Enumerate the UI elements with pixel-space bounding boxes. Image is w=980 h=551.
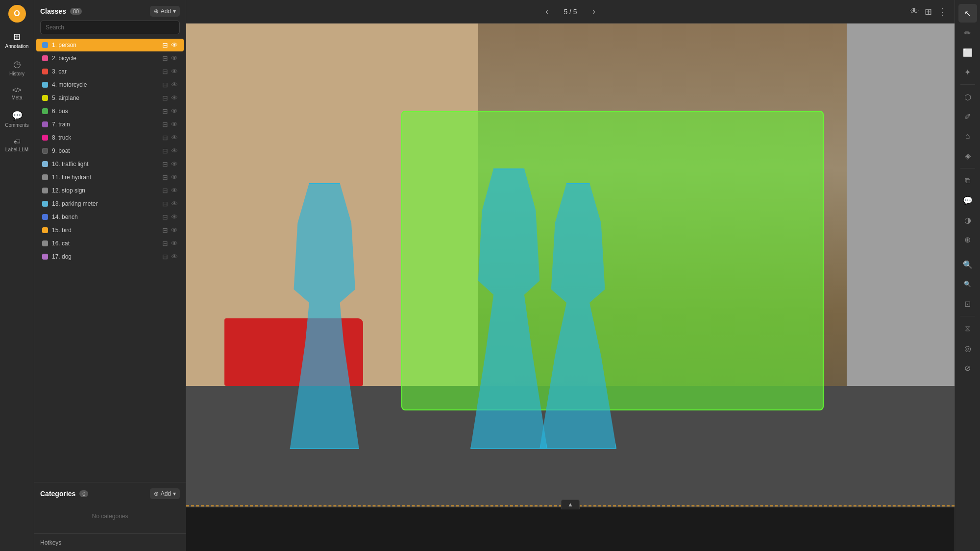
class-polygon-icon-2[interactable]: ⊟ [162, 54, 168, 62]
class-item-bicycle[interactable]: 2. bicycle ⊟ 👁 [36, 52, 184, 65]
eraser-tool-button[interactable]: ◈ [958, 146, 977, 165]
class-polygon-icon-4[interactable]: ⊟ [162, 81, 168, 89]
class-item-motorcycle[interactable]: 4. motorcycle ⊟ 👁 [36, 78, 184, 91]
class-polygon-icon-11[interactable]: ⊟ [162, 173, 168, 181]
class-visibility-icon-12[interactable]: 👁 [171, 187, 178, 194]
sidebar-item-meta[interactable]: </> Meta [2, 82, 32, 104]
class-item-bird[interactable]: 15. bird ⊟ 👁 [36, 224, 184, 237]
class-polygon-icon-17[interactable]: ⊟ [162, 253, 168, 261]
class-visibility-icon-15[interactable]: 👁 [171, 226, 178, 234]
class-visibility-icon-4[interactable]: 👁 [171, 81, 178, 89]
pin-tool-button[interactable]: ⊕ [958, 230, 977, 249]
image-area[interactable] [186, 24, 955, 507]
class-item-bench[interactable]: 14. bench ⊟ 👁 [36, 211, 184, 223]
class-name-truck: 8. truck [52, 134, 158, 141]
class-polygon-icon-6[interactable]: ⊟ [162, 107, 168, 115]
class-item-airplane[interactable]: 5. airplane ⊟ 👁 [36, 92, 184, 104]
class-visibility-icon-5[interactable]: 👁 [171, 94, 178, 102]
class-actions-car: ⊟ 👁 [162, 68, 178, 75]
cursor-icon: ↖ [964, 9, 971, 18]
class-visibility-icon-3[interactable]: 👁 [171, 68, 178, 75]
class-item-stop-sign[interactable]: 12. stop sign ⊟ 👁 [36, 184, 184, 197]
polygon-tool-button[interactable]: ⬡ [958, 88, 977, 106]
class-visibility-icon-7[interactable]: 👁 [171, 120, 178, 128]
class-color-bird [42, 227, 48, 233]
more-options-icon[interactable]: ⋮ [938, 6, 947, 17]
zoom-out-button[interactable]: 🔍 [958, 275, 977, 293]
next-image-button[interactable]: › [588, 4, 599, 19]
class-polygon-icon-7[interactable]: ⊟ [162, 120, 168, 128]
class-polygon-icon-10[interactable]: ⊟ [162, 160, 168, 168]
crop-tool-button[interactable]: ⬜ [958, 43, 977, 62]
class-item-cat[interactable]: 16. cat ⊟ 👁 [36, 237, 184, 250]
contrast-tool-button[interactable]: ◑ [958, 211, 977, 229]
top-bar: ‹ 5 / 5 › 👁 ⊞ ⋮ [186, 0, 955, 24]
class-visibility-icon-8[interactable]: 👁 [171, 134, 178, 142]
class-polygon-icon-9[interactable]: ⊟ [162, 147, 168, 155]
class-item-bus[interactable]: 6. bus ⊟ 👁 [36, 105, 184, 118]
brush-tool-button[interactable]: ✏ [958, 24, 977, 42]
class-item-fire-hydrant[interactable]: 11. fire hydrant ⊟ 👁 [36, 171, 184, 184]
class-item-person[interactable]: 1. person ⊟ 👁 [36, 39, 184, 51]
zoom-in-button[interactable]: 🔍 [958, 255, 977, 274]
prev-image-button[interactable]: ‹ [541, 4, 552, 19]
class-visibility-icon-10[interactable]: 👁 [171, 160, 178, 168]
class-visibility-icon-9[interactable]: 👁 [171, 147, 178, 155]
class-visibility-icon-6[interactable]: 👁 [171, 107, 178, 115]
class-polygon-icon[interactable]: ⊟ [162, 41, 168, 49]
class-item-boat[interactable]: 9. boat ⊟ 👁 [36, 144, 184, 157]
class-visibility-icon-16[interactable]: 👁 [171, 240, 178, 247]
class-visibility-icon[interactable]: 👁 [171, 41, 178, 49]
ban-button[interactable]: ⊘ [958, 359, 977, 377]
pencil-tool-button[interactable]: ✐ [958, 107, 977, 126]
class-item-truck[interactable]: 8. truck ⊟ 👁 [36, 131, 184, 144]
class-item-parking-meter[interactable]: 13. parking meter ⊟ 👁 [36, 197, 184, 210]
classes-add-button[interactable]: ⊕ Add ▾ [150, 6, 180, 17]
filmstrip-toggle[interactable]: ▲ [561, 500, 580, 509]
class-polygon-icon-14[interactable]: ⊟ [162, 213, 168, 221]
class-polygon-icon-5[interactable]: ⊟ [162, 94, 168, 102]
app-logo[interactable]: O [8, 5, 26, 23]
categories-add-button[interactable]: ⊕ Add ▾ [150, 488, 180, 499]
class-visibility-icon-13[interactable]: 👁 [171, 200, 178, 208]
sidebar-item-label-llm-label: Label-LLM [5, 147, 28, 152]
class-visibility-icon-2[interactable]: 👁 [171, 54, 178, 62]
class-color-bench [42, 214, 48, 220]
eye-icon[interactable]: 👁 [910, 6, 919, 17]
class-actions-cat: ⊟ 👁 [162, 240, 178, 247]
zoom-fit-button[interactable]: ⊡ [958, 294, 977, 313]
hotkeys-bar[interactable]: Hotkeys [34, 533, 186, 551]
split-tool-button[interactable]: ⧉ [958, 171, 977, 190]
class-item-train[interactable]: 7. train ⊟ 👁 [36, 118, 184, 131]
cursor-tool-button[interactable]: ↖ [958, 4, 977, 23]
class-item-traffic-light[interactable]: 10. traffic light ⊟ 👁 [36, 158, 184, 170]
sidebar-item-comments[interactable]: 💬 Comments [2, 106, 32, 132]
class-visibility-icon-11[interactable]: 👁 [171, 173, 178, 181]
magic-tool-button[interactable]: ✦ [958, 63, 977, 81]
class-item-dog[interactable]: 17. dog ⊟ 👁 [36, 250, 184, 263]
class-color-bicycle [42, 55, 48, 61]
class-item-car[interactable]: 3. car ⊟ 👁 [36, 65, 184, 78]
class-visibility-icon-14[interactable]: 👁 [171, 213, 178, 221]
class-polygon-icon-13[interactable]: ⊟ [162, 200, 168, 208]
class-color-bus [42, 108, 48, 114]
sidebar-item-annotation[interactable]: ⊞ Annotation [2, 27, 32, 53]
mask-button[interactable]: ◎ [958, 339, 977, 358]
class-polygon-icon-15[interactable]: ⊟ [162, 226, 168, 234]
class-color-traffic-light [42, 161, 48, 167]
class-polygon-icon-12[interactable]: ⊟ [162, 187, 168, 194]
grid-icon[interactable]: ⊞ [925, 6, 932, 17]
class-name-bus: 6. bus [52, 108, 158, 115]
class-polygon-icon-8[interactable]: ⊟ [162, 134, 168, 142]
search-input[interactable] [40, 21, 180, 34]
class-color-stop-sign [42, 188, 48, 193]
class-name-bird: 15. bird [52, 227, 158, 234]
sidebar-item-history[interactable]: ◷ History [2, 55, 32, 80]
layers-button[interactable]: ⧖ [958, 319, 977, 338]
building-tool-button[interactable]: ⌂ [958, 127, 977, 145]
chat-tool-button[interactable]: 💬 [958, 191, 977, 210]
class-polygon-icon-3[interactable]: ⊟ [162, 68, 168, 75]
sidebar-item-label-llm[interactable]: 🏷 Label-LLM [2, 134, 32, 156]
class-polygon-icon-16[interactable]: ⊟ [162, 240, 168, 247]
class-visibility-icon-17[interactable]: 👁 [171, 253, 178, 261]
